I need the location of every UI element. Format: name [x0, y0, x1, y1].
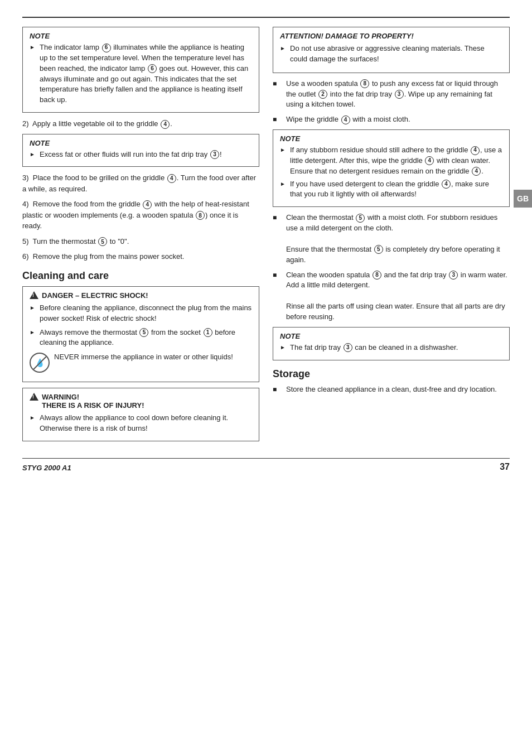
circle-3a: 3 [210, 150, 219, 159]
step-4: 4) Remove the food from the griddle 4 wi… [22, 199, 259, 232]
attention-box: ATTENTION! DAMAGE TO PROPERTY! Do not us… [273, 27, 510, 73]
circle-4a: 4 [161, 120, 170, 129]
bullet-item-wooden-spatula: Clean the wooden spatula 8 and the fat d… [273, 270, 510, 322]
circle-4d: 4 [341, 115, 350, 124]
circle-8b: 8 [360, 79, 369, 88]
note-list-1: The indicator lamp 6 illuminates while t… [30, 42, 252, 105]
left-column: NOTE The indicator lamp 6 illuminates wh… [22, 27, 259, 447]
circle-8a: 8 [196, 211, 205, 220]
bullet-item-wipe: Wipe the griddle 4 with a moist cloth. [273, 114, 510, 125]
note-item-excess-fat: Excess fat or other fluids will run into… [30, 150, 252, 160]
step-2: 2) Apply a little vegetable oil to the g… [22, 118, 259, 129]
step-5: 5) Turn the thermostat 5 to "0". [22, 236, 259, 247]
circle-3c: 3 [449, 271, 458, 280]
storage-section-title: Storage [273, 368, 510, 380]
danger-list: Before cleaning the appliance, disconnec… [30, 303, 252, 348]
right-bullet-list-mid: Clean the thermostat 5 with a moist clot… [273, 213, 510, 322]
danger-item-2: Always remove the thermostat 5 from the … [30, 328, 252, 349]
storage-item-1: Store the cleaned appliance in a clean, … [273, 384, 510, 395]
note-list-4: The fat drip tray 3 can be cleaned in a … [280, 343, 502, 353]
note-box-1: NOTE The indicator lamp 6 illuminates wh… [22, 27, 259, 113]
note-item-1: The indicator lamp 6 illuminates while t… [30, 42, 252, 105]
note-title-2: NOTE [30, 139, 252, 147]
storage-bullet-list: Store the cleaned appliance in a clean, … [273, 384, 510, 395]
circle-5d: 5 [374, 245, 383, 254]
note-title-4: NOTE [280, 332, 502, 340]
attention-list: Do not use abrasive or aggressive cleani… [280, 44, 502, 65]
warning-title: WARNING! THERE IS A RISK OF INJURY! [30, 393, 252, 410]
danger-triangle-icon [30, 291, 38, 299]
note-list-2: Excess fat or other fluids will run into… [30, 150, 252, 160]
circle-4b: 4 [167, 174, 176, 183]
note-box-2: NOTE Excess fat or other fluids will run… [22, 134, 259, 167]
never-row: 💧 NEVER immerse the appliance in water o… [30, 353, 252, 373]
note-box-3: NOTE If any stubborn residue should stil… [273, 129, 510, 207]
circle-4g: 4 [472, 167, 481, 176]
circle-3d: 3 [344, 343, 352, 352]
footer-page-number: 37 [500, 462, 510, 472]
footer: STYG 2000 A1 37 [22, 458, 510, 472]
circle-6b: 6 [148, 64, 157, 73]
attention-title: ATTENTION! DAMAGE TO PROPERTY! [280, 32, 502, 40]
circle-4h: 4 [442, 180, 451, 189]
page: NOTE The indicator lamp 6 illuminates wh… [0, 0, 532, 756]
step-3: 3) Place the food to be grilled on the g… [22, 172, 259, 194]
circle-6a: 6 [102, 44, 111, 52]
circle-2a: 2 [318, 90, 327, 99]
danger-item-1: Before cleaning the appliance, disconnec… [30, 303, 252, 324]
never-text: NEVER immerse the appliance in water or … [54, 353, 233, 361]
right-bullet-list-top: Use a wooden spatula 8 to push any exces… [273, 79, 510, 125]
no-water-inner: 💧 [35, 359, 45, 367]
main-content: NOTE The indicator lamp 6 illuminates wh… [22, 27, 510, 447]
warning-triangle-icon [30, 393, 38, 401]
note-list-3: If any stubborn residue should still adh… [280, 145, 502, 200]
circle-5a: 5 [98, 237, 107, 246]
circle-5c: 5 [356, 214, 365, 223]
cleaning-section-title: Cleaning and care [22, 270, 259, 282]
right-column: ATTENTION! DAMAGE TO PROPERTY! Do not us… [273, 27, 510, 447]
attention-item-1: Do not use abrasive or aggressive cleani… [280, 44, 502, 65]
language-tab: GB [514, 190, 532, 208]
circle-3b: 3 [395, 90, 404, 99]
warning-title-text: WARNING! THERE IS A RISK OF INJURY! [42, 393, 144, 410]
note-item-stubborn: If any stubborn residue should still adh… [280, 145, 502, 177]
bullet-item-spatula: Use a wooden spatula 8 to push any exces… [273, 79, 510, 110]
note-title-3: NOTE [280, 134, 502, 143]
circle-4f: 4 [425, 156, 434, 165]
circle-8c: 8 [373, 271, 381, 280]
note-item-dishwasher: The fat drip tray 3 can be cleaned in a … [280, 343, 502, 353]
footer-model: STYG 2000 A1 [22, 464, 71, 472]
danger-title-text: DANGER – ELECTRIC SHOCK! [42, 291, 148, 300]
warning-item-1: Always allow the appliance to cool down … [30, 413, 252, 434]
warning-list: Always allow the appliance to cool down … [30, 413, 252, 434]
bullet-item-thermostat: Clean the thermostat 5 with a moist clot… [273, 213, 510, 265]
note-title-1: NOTE [30, 32, 252, 40]
warning-box: WARNING! THERE IS A RISK OF INJURY! Alwa… [22, 388, 259, 441]
note-box-4: NOTE The fat drip tray 3 can be cleaned … [273, 327, 510, 360]
top-border [22, 17, 510, 18]
step-6: 6) Remove the plug from the mains power … [22, 251, 259, 262]
danger-box: DANGER – ELECTRIC SHOCK! Before cleaning… [22, 286, 259, 382]
no-water-icon: 💧 [30, 353, 50, 373]
note-item-detergent: If you have used detergent to clean the … [280, 179, 502, 200]
circle-4c: 4 [143, 200, 152, 209]
circle-5b: 5 [139, 328, 148, 337]
circle-1a: 1 [204, 328, 212, 337]
danger-title: DANGER – ELECTRIC SHOCK! [30, 291, 252, 300]
circle-4e: 4 [471, 146, 480, 155]
